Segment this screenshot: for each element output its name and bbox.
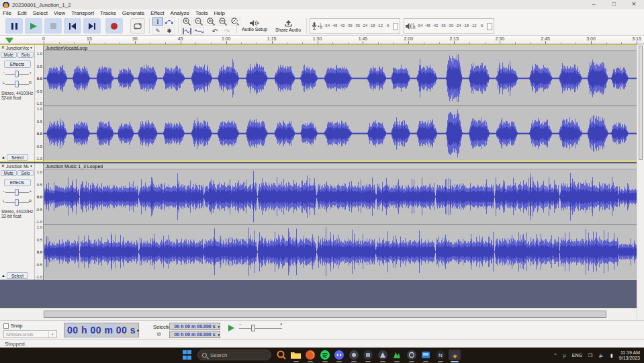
track-close-icon[interactable]: ✕	[0, 45, 6, 50]
mute-button[interactable]: Mute	[1, 52, 17, 58]
start-button[interactable]	[183, 350, 192, 360]
menu-edit[interactable]: Edit	[17, 10, 27, 16]
select-track-button[interactable]: Select	[7, 272, 28, 279]
gain-slider[interactable]: −+	[2, 188, 32, 196]
snap-mode-select[interactable]: Milliseconds ▾	[3, 330, 57, 338]
draw-tool-button[interactable]: ✎	[152, 27, 163, 35]
vertical-scale[interactable]: 1.00.50.0-0.5-1.0 1.00.50.0-0.5-1.0	[35, 163, 44, 280]
record-meter[interactable]: ▾ LR -54-48-42-36-30-24-18-12-60	[310, 18, 400, 34]
audio-clip[interactable]: Junction Music 1_3 Looped	[44, 163, 637, 280]
play-speed-slider[interactable]: − ▾	[239, 323, 282, 331]
waveform-right-channel[interactable]	[44, 106, 637, 161]
taskbar-app-spotify[interactable]	[319, 350, 331, 360]
vertical-scrollbar[interactable]	[637, 44, 644, 320]
gain-slider[interactable]: −+	[2, 70, 32, 78]
menu-transport[interactable]: Transport	[71, 10, 94, 16]
tray-app-icon[interactable]: μ	[563, 353, 566, 358]
track-name[interactable]: Junction Mu	[6, 164, 29, 169]
tray-language[interactable]: ENG	[572, 353, 582, 358]
menu-select[interactable]: Select	[33, 10, 48, 16]
share-audio-button[interactable]: Share Audio	[273, 17, 304, 34]
selection-end-field[interactable]: 00 h 00 m 00.000 s ▾	[169, 331, 220, 338]
vertical-scale[interactable]: 1.00.50.0-0.5-1.0 1.00.50.0-0.5-1.0	[35, 45, 44, 161]
loop-button[interactable]	[130, 18, 145, 34]
playhead-marker-icon[interactable]	[5, 38, 13, 43]
redo-button[interactable]: ↷	[222, 27, 232, 35]
stop-button[interactable]	[44, 18, 62, 34]
clip-title[interactable]: JunctionVocalsLoop	[44, 45, 637, 51]
multi-tool-button[interactable]: ✱	[164, 27, 175, 35]
menu-effect[interactable]: Effect	[150, 10, 164, 16]
track-menu-caret-icon[interactable]: ▼	[30, 164, 33, 168]
track-menu-caret-icon[interactable]: ▼	[30, 46, 33, 50]
pan-slider[interactable]: LR	[2, 198, 32, 206]
selection-settings-gear-icon[interactable]: ⚙	[156, 331, 161, 337]
effects-button[interactable]: Effects	[4, 61, 31, 68]
menu-tools[interactable]: Tools	[195, 10, 208, 16]
menu-help[interactable]: Help	[214, 10, 225, 16]
gain-slider-thumb[interactable]	[15, 189, 19, 196]
select-track-button[interactable]: Select	[7, 154, 28, 161]
dropdown-caret-icon[interactable]: ▾	[218, 323, 220, 330]
taskbar-app-firefox[interactable]	[304, 350, 316, 360]
trim-audio-button[interactable]	[181, 27, 192, 35]
menu-generate[interactable]: Generate	[122, 10, 144, 16]
collapse-track-icon[interactable]: ▲	[0, 155, 7, 159]
taskbar-search[interactable]: Search	[197, 350, 271, 360]
timeline-ruler[interactable]: 01530451:001:151:301:452:002:152:302:453…	[0, 36, 644, 44]
fit-project-button[interactable]	[218, 17, 228, 26]
tray-display-icon[interactable]: ❐	[588, 353, 592, 358]
waveform-left-channel[interactable]	[44, 51, 637, 106]
selection-tool-button[interactable]: I	[152, 17, 163, 26]
horizontal-scrollbar-thumb[interactable]	[44, 311, 606, 318]
tray-volume-icon[interactable]: 🔈	[598, 353, 604, 358]
track-close-icon[interactable]: ✕	[0, 163, 6, 169]
mute-button[interactable]: Mute	[1, 170, 17, 176]
solo-button[interactable]: Solo	[17, 52, 34, 58]
horizontal-scrollbar[interactable]	[0, 308, 637, 320]
taskbar-app-app-c[interactable]	[377, 350, 389, 360]
menu-view[interactable]: View	[54, 10, 65, 16]
skip-to-end-button[interactable]	[83, 18, 101, 34]
menu-analyze[interactable]: Analyze	[170, 10, 189, 16]
dropdown-caret-icon[interactable]: ▾	[218, 331, 220, 338]
taskbar-app-explorer[interactable]	[290, 350, 302, 360]
taskbar-clock[interactable]: 11:19 AM 9/13/2023	[619, 350, 640, 361]
audio-clip[interactable]: JunctionVocalsLoop	[44, 45, 637, 161]
menu-tracks[interactable]: Tracks	[100, 10, 116, 16]
dropdown-caret-icon[interactable]: ▾	[137, 324, 139, 337]
taskbar-app-audacity[interactable]	[449, 350, 461, 360]
undo-button[interactable]: ↶	[210, 27, 220, 35]
taskbar-app-remote-desktop[interactable]	[420, 350, 432, 360]
zoom-out-button[interactable]	[193, 17, 204, 26]
skip-to-start-button[interactable]	[64, 18, 81, 34]
collapse-track-icon[interactable]: ▲	[0, 274, 7, 278]
play-at-speed-button[interactable]	[228, 325, 234, 331]
fit-selection-button[interactable]	[205, 17, 216, 26]
pan-slider[interactable]: LR	[2, 80, 32, 88]
minimize-button[interactable]: –	[584, 0, 604, 9]
clip-title[interactable]: Junction Music 1_3 Looped	[44, 163, 637, 169]
pause-button[interactable]	[5, 18, 23, 34]
restore-button[interactable]: □	[604, 0, 624, 9]
tray-battery-icon[interactable]: ▮	[610, 353, 613, 358]
menu-file[interactable]: File	[3, 10, 11, 16]
track-name[interactable]: JunctionVoc	[6, 46, 29, 50]
envelope-tool-button[interactable]	[164, 17, 175, 26]
taskbar-app-app-a[interactable]	[348, 350, 360, 360]
play-speed-slider-thumb[interactable]	[251, 325, 255, 331]
pan-slider-thumb[interactable]	[15, 199, 19, 206]
tray-chevron-icon[interactable]: ⌃	[553, 353, 557, 358]
waveform-left-channel[interactable]	[44, 169, 637, 224]
gain-slider-thumb[interactable]	[15, 71, 19, 77]
zoom-in-button[interactable]	[181, 17, 192, 26]
vertical-scrollbar-thumb[interactable]	[639, 46, 643, 160]
close-button[interactable]: ✕	[624, 0, 644, 9]
taskbar-app-app-b[interactable]	[362, 350, 374, 360]
pan-slider-thumb[interactable]	[15, 81, 19, 87]
audio-setup-button[interactable]: Audio Setup	[239, 17, 270, 34]
taskbar-app-msi-center[interactable]	[391, 350, 403, 360]
record-button[interactable]	[105, 18, 123, 34]
audio-position-display[interactable]: 00 h 00 m 00 s ▾	[64, 323, 139, 337]
taskbar-app-discord[interactable]	[333, 350, 345, 360]
